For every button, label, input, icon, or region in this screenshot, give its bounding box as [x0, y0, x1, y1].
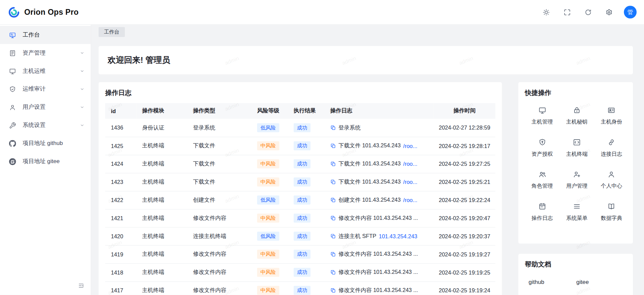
main-layout: 工作台资产管理主机运维运维审计用户设置系统设置项目地址 github项目地址 g…: [0, 24, 644, 295]
quick-action-system-menu[interactable]: 系统菜单: [559, 196, 594, 228]
chevron-down-icon: [80, 68, 85, 73]
log-link[interactable]: /roo...: [403, 179, 417, 185]
cell-type: 创建文件: [187, 191, 251, 209]
quick-action-host-keys[interactable]: 主机秘钥: [559, 100, 594, 132]
sidebar-item-label: 资产管理: [22, 49, 73, 57]
log-text: 下载文件 101.43.254.243: [338, 178, 401, 186]
sidebar-item-github[interactable]: 项目地址 github: [0, 134, 91, 152]
cell-time: 2024-02-25 19:19:24: [434, 281, 495, 295]
sidebar-item-assets[interactable]: 资产管理: [0, 44, 91, 62]
settings-button[interactable]: [605, 8, 613, 16]
table-row: 1425主机终端下载文件中风险成功下载文件 101.43.254.243 /ro…: [105, 137, 495, 155]
log-text: 修改文件内容 101.43.254.243 ...: [338, 251, 418, 258]
copy-icon[interactable]: [330, 269, 336, 275]
lock-icon: [573, 106, 581, 114]
copy-icon[interactable]: [330, 251, 336, 257]
cell-type: 下载文件: [187, 155, 251, 173]
copy-icon[interactable]: [330, 125, 336, 131]
log-text: 下载文件 101.43.254.243: [338, 160, 401, 167]
log-text: 连接主机 SFTP: [338, 233, 376, 240]
cell-risk: 中风险: [251, 281, 288, 295]
sidebar-item-host-ops[interactable]: 主机运维: [0, 62, 91, 80]
cell-time: 2024-02-25 19:20:37: [434, 227, 495, 245]
table-row: 1420主机终端连接主机终端低风险成功连接主机 SFTP 101.43.254.…: [105, 227, 495, 245]
quick-action-label: 资产授权: [532, 150, 553, 157]
copy-icon[interactable]: [330, 161, 336, 167]
cell-module: 身份认证: [136, 119, 187, 137]
quick-action-host-manage[interactable]: 主机管理: [525, 100, 559, 132]
quick-action-operation-log[interactable]: 操作日志: [525, 196, 559, 228]
fullscreen-button[interactable]: [563, 8, 571, 16]
theme-button[interactable]: [543, 8, 550, 16]
quick-action-asset-grant[interactable]: 资产授权: [525, 132, 559, 164]
sidebar-menu: 工作台资产管理主机运维运维审计用户设置系统设置项目地址 github项目地址 g…: [0, 26, 91, 170]
cell-log: 修改文件内容 101.43.254.243 ...: [325, 281, 434, 295]
copy-icon[interactable]: [330, 215, 336, 221]
cell-log: 创建文件 101.43.254.243 /roo...: [325, 191, 434, 209]
operation-log-table: id操作模块操作类型风险等级执行结果操作日志操作时间 1436身份认证登录系统低…: [105, 103, 495, 295]
table-row: 1436身份认证登录系统低风险成功登录系统2024-02-27 12:28:59: [105, 119, 495, 137]
help-link-github[interactable]: github: [529, 279, 544, 285]
quick-action-host-terminal[interactable]: 主机终端: [559, 132, 594, 164]
quick-action-label: 主机终端: [566, 150, 588, 157]
quick-action-user-manage[interactable]: 用户管理: [559, 164, 594, 196]
cell-risk: 低风险: [251, 191, 288, 209]
table-row: 1417主机终端修改文件内容中风险成功修改文件内容 101.43.254.243…: [105, 281, 495, 295]
cell-result: 成功: [288, 173, 325, 191]
table-body: 1436身份认证登录系统低风险成功登录系统2024-02-27 12:28:59…: [105, 119, 495, 295]
quick-action-data-dict[interactable]: 数据字典: [594, 196, 629, 228]
log-cell: 修改文件内容 101.43.254.243 ...: [330, 214, 428, 222]
log-link[interactable]: /roo...: [403, 161, 417, 167]
quick-action-label: 系统菜单: [566, 214, 588, 222]
cell-risk: 低风险: [251, 119, 288, 137]
user-avatar[interactable]: 管: [624, 6, 637, 18]
refresh-button[interactable]: [585, 8, 592, 16]
cell-log: 下载文件 101.43.254.243 /roo...: [325, 173, 434, 191]
copy-icon[interactable]: [330, 179, 336, 185]
operation-log-card: 操作日志 id操作模块操作类型风险等级执行结果操作日志操作时间 1436身份认证…: [99, 82, 502, 295]
sidebar-item-system-settings[interactable]: 系统设置: [0, 116, 91, 134]
sidebar-item-user-settings[interactable]: 用户设置: [0, 98, 91, 116]
gear-icon: [605, 8, 613, 16]
desktop-icon: [9, 67, 16, 75]
cell-module: 主机终端: [136, 191, 187, 209]
menu-icon: [573, 202, 581, 210]
sidebar-item-workbench[interactable]: 工作台: [0, 26, 91, 44]
sidebar-collapse-button[interactable]: [77, 281, 86, 290]
cell-result: 成功: [288, 263, 325, 281]
team-icon: [538, 170, 546, 178]
quick-action-role-manage[interactable]: 角色管理: [525, 164, 559, 196]
cell-result: 成功: [288, 137, 325, 155]
log-link[interactable]: /roo...: [403, 143, 417, 149]
copy-icon[interactable]: [330, 233, 336, 239]
table-row: 1424主机终端下载文件中风险成功下载文件 101.43.254.243 /ro…: [105, 155, 495, 173]
cell-log: 修改文件内容 101.43.254.243 ...: [325, 245, 434, 263]
cell-risk: 中风险: [251, 173, 288, 191]
quick-action-label: 个人中心: [601, 182, 622, 190]
sidebar-item-label: 工作台: [22, 31, 85, 39]
quick-action-profile[interactable]: 个人中心: [594, 164, 629, 196]
log-cell: 连接主机 SFTP 101.43.254.243: [330, 233, 428, 240]
column-header: 风险等级: [251, 103, 288, 119]
monitor-icon: [538, 106, 546, 114]
copy-icon[interactable]: [330, 197, 336, 203]
log-link[interactable]: 101.43.254.243: [379, 233, 417, 239]
help-link-gitee[interactable]: gitee: [576, 279, 589, 285]
page-tab-workbench[interactable]: 工作台: [99, 27, 125, 37]
tool-icon: [9, 122, 16, 129]
cell-id: 1420: [105, 227, 136, 245]
column-header: 操作类型: [187, 103, 251, 119]
quick-action-connect-log[interactable]: 连接日志: [594, 132, 629, 164]
copy-icon[interactable]: [330, 143, 336, 149]
cell-type: 修改文件内容: [187, 263, 251, 281]
cell-result: 成功: [288, 245, 325, 263]
content-row: 操作日志 id操作模块操作类型风险等级执行结果操作日志操作时间 1436身份认证…: [99, 82, 633, 295]
log-link[interactable]: /roo...: [403, 197, 417, 203]
quick-action-host-identity[interactable]: 主机身份: [594, 100, 629, 132]
sidebar-item-gitee[interactable]: 项目地址 gitee: [0, 152, 91, 170]
sidebar-item-label: 项目地址 github: [22, 140, 85, 147]
sidebar-item-ops-audit[interactable]: 运维审计: [0, 80, 91, 98]
copy-icon[interactable]: [330, 288, 336, 293]
cell-type: 登录系统: [187, 119, 251, 137]
cell-log: 修改文件内容 101.43.254.243 ...: [325, 263, 434, 281]
